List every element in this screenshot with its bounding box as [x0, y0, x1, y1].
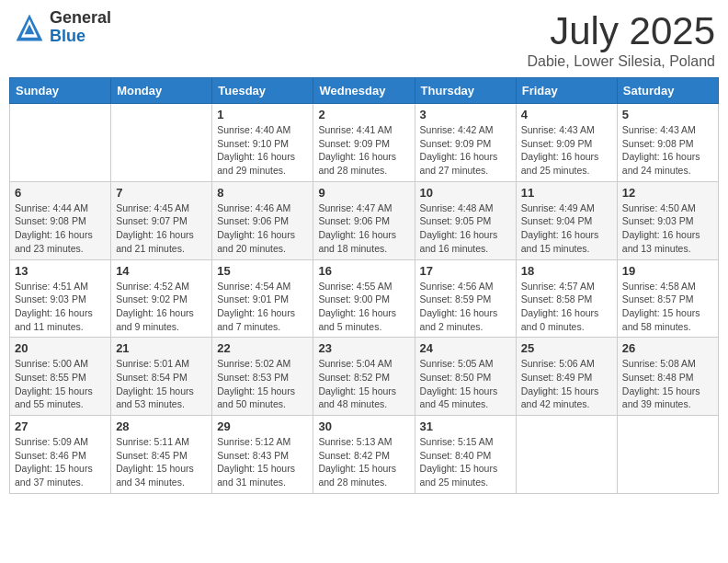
day-info: Sunrise: 4:55 AM Sunset: 9:00 PM Dayligh… — [318, 280, 409, 334]
week-row-5: 27Sunrise: 5:09 AM Sunset: 8:46 PM Dayli… — [10, 416, 719, 494]
day-cell: 23Sunrise: 5:04 AM Sunset: 8:52 PM Dayli… — [313, 338, 415, 416]
day-number: 5 — [622, 108, 713, 121]
day-cell: 6Sunrise: 4:44 AM Sunset: 9:08 PM Daylig… — [10, 181, 111, 259]
day-number: 24 — [420, 341, 511, 355]
day-info: Sunrise: 4:54 AM Sunset: 9:01 PM Dayligh… — [217, 280, 308, 334]
day-cell: 31Sunrise: 5:15 AM Sunset: 8:40 PM Dayli… — [415, 416, 516, 494]
day-number: 6 — [15, 186, 106, 200]
day-number: 12 — [622, 186, 713, 200]
day-number: 20 — [15, 341, 106, 355]
day-cell: 1Sunrise: 4:40 AM Sunset: 9:10 PM Daylig… — [212, 104, 313, 182]
day-number: 11 — [521, 186, 612, 200]
day-cell — [111, 104, 212, 182]
day-cell: 22Sunrise: 5:02 AM Sunset: 8:53 PM Dayli… — [212, 338, 313, 416]
weekday-header-friday: Friday — [516, 78, 617, 104]
day-cell: 2Sunrise: 4:41 AM Sunset: 9:09 PM Daylig… — [313, 104, 415, 182]
weekday-header-monday: Monday — [111, 78, 212, 104]
logo-general: General — [50, 9, 111, 28]
day-cell: 19Sunrise: 4:58 AM Sunset: 8:57 PM Dayli… — [617, 259, 718, 338]
day-info: Sunrise: 5:15 AM Sunset: 8:40 PM Dayligh… — [420, 435, 511, 489]
weekday-header-sunday: Sunday — [10, 78, 111, 104]
day-cell: 16Sunrise: 4:55 AM Sunset: 9:00 PM Dayli… — [313, 259, 415, 338]
day-number: 30 — [318, 419, 409, 433]
day-number: 14 — [116, 264, 207, 278]
week-row-4: 20Sunrise: 5:00 AM Sunset: 8:55 PM Dayli… — [10, 338, 719, 416]
page-header: General Blue July 2025 Dabie, Lower Sile… — [9, 9, 719, 70]
weekday-header-wednesday: Wednesday — [313, 78, 415, 104]
weekday-header-saturday: Saturday — [617, 78, 718, 104]
day-cell: 20Sunrise: 5:00 AM Sunset: 8:55 PM Dayli… — [10, 338, 111, 416]
day-cell: 11Sunrise: 4:49 AM Sunset: 9:04 PM Dayli… — [516, 181, 617, 259]
day-number: 31 — [420, 419, 511, 433]
weekday-header-row: SundayMondayTuesdayWednesdayThursdayFrid… — [10, 78, 719, 104]
logo-text: General Blue — [50, 9, 111, 46]
day-info: Sunrise: 4:44 AM Sunset: 9:08 PM Dayligh… — [15, 201, 106, 256]
day-cell: 10Sunrise: 4:48 AM Sunset: 9:05 PM Dayli… — [415, 181, 516, 259]
day-cell: 25Sunrise: 5:06 AM Sunset: 8:49 PM Dayli… — [516, 338, 617, 416]
day-info: Sunrise: 5:08 AM Sunset: 8:48 PM Dayligh… — [622, 357, 713, 411]
calendar-table: SundayMondayTuesdayWednesdayThursdayFrid… — [9, 77, 719, 494]
day-number: 9 — [318, 186, 409, 200]
day-number: 28 — [116, 419, 207, 433]
day-info: Sunrise: 4:43 AM Sunset: 9:09 PM Dayligh… — [521, 123, 612, 178]
day-number: 2 — [318, 108, 409, 121]
day-number: 18 — [521, 264, 612, 278]
day-number: 8 — [217, 186, 308, 200]
weekday-header-tuesday: Tuesday — [212, 78, 313, 104]
day-cell: 28Sunrise: 5:11 AM Sunset: 8:45 PM Dayli… — [111, 416, 212, 494]
day-info: Sunrise: 4:57 AM Sunset: 8:58 PM Dayligh… — [521, 280, 612, 334]
day-info: Sunrise: 4:42 AM Sunset: 9:09 PM Dayligh… — [420, 123, 511, 178]
day-number: 27 — [15, 419, 106, 433]
day-info: Sunrise: 5:09 AM Sunset: 8:46 PM Dayligh… — [15, 435, 106, 489]
logo-icon — [13, 11, 46, 44]
day-info: Sunrise: 4:46 AM Sunset: 9:06 PM Dayligh… — [217, 201, 308, 256]
day-info: Sunrise: 4:45 AM Sunset: 9:07 PM Dayligh… — [116, 201, 207, 256]
day-number: 29 — [217, 419, 308, 433]
day-info: Sunrise: 5:01 AM Sunset: 8:54 PM Dayligh… — [116, 357, 207, 411]
day-number: 13 — [15, 264, 106, 278]
day-cell — [617, 416, 718, 494]
day-cell: 12Sunrise: 4:50 AM Sunset: 9:03 PM Dayli… — [617, 181, 718, 259]
day-cell — [10, 104, 111, 182]
week-row-2: 6Sunrise: 4:44 AM Sunset: 9:08 PM Daylig… — [10, 181, 719, 259]
day-number: 1 — [217, 108, 308, 121]
day-number: 23 — [318, 341, 409, 355]
day-cell: 5Sunrise: 4:43 AM Sunset: 9:08 PM Daylig… — [617, 104, 718, 182]
day-info: Sunrise: 4:43 AM Sunset: 9:08 PM Dayligh… — [622, 123, 713, 178]
day-info: Sunrise: 4:50 AM Sunset: 9:03 PM Dayligh… — [622, 201, 713, 256]
logo-blue: Blue — [50, 28, 111, 46]
day-number: 22 — [217, 341, 308, 355]
day-info: Sunrise: 5:12 AM Sunset: 8:43 PM Dayligh… — [217, 435, 308, 489]
weekday-header-thursday: Thursday — [415, 78, 516, 104]
day-cell: 7Sunrise: 4:45 AM Sunset: 9:07 PM Daylig… — [111, 181, 212, 259]
day-cell: 26Sunrise: 5:08 AM Sunset: 8:48 PM Dayli… — [617, 338, 718, 416]
day-info: Sunrise: 4:40 AM Sunset: 9:10 PM Dayligh… — [217, 123, 308, 178]
day-cell: 21Sunrise: 5:01 AM Sunset: 8:54 PM Dayli… — [111, 338, 212, 416]
day-cell: 27Sunrise: 5:09 AM Sunset: 8:46 PM Dayli… — [10, 416, 111, 494]
day-number: 10 — [420, 186, 511, 200]
day-cell: 29Sunrise: 5:12 AM Sunset: 8:43 PM Dayli… — [212, 416, 313, 494]
day-cell: 17Sunrise: 4:56 AM Sunset: 8:59 PM Dayli… — [415, 259, 516, 338]
month-title: July 2025 — [527, 9, 715, 53]
day-info: Sunrise: 5:11 AM Sunset: 8:45 PM Dayligh… — [116, 435, 207, 489]
day-cell: 30Sunrise: 5:13 AM Sunset: 8:42 PM Dayli… — [313, 416, 415, 494]
day-info: Sunrise: 4:56 AM Sunset: 8:59 PM Dayligh… — [420, 280, 511, 334]
day-info: Sunrise: 4:51 AM Sunset: 9:03 PM Dayligh… — [15, 280, 106, 334]
day-cell: 9Sunrise: 4:47 AM Sunset: 9:06 PM Daylig… — [313, 181, 415, 259]
day-info: Sunrise: 4:52 AM Sunset: 9:02 PM Dayligh… — [116, 280, 207, 334]
day-cell: 24Sunrise: 5:05 AM Sunset: 8:50 PM Dayli… — [415, 338, 516, 416]
day-number: 26 — [622, 341, 713, 355]
day-info: Sunrise: 5:04 AM Sunset: 8:52 PM Dayligh… — [318, 357, 409, 411]
day-info: Sunrise: 5:00 AM Sunset: 8:55 PM Dayligh… — [15, 357, 106, 411]
day-number: 25 — [521, 341, 612, 355]
day-info: Sunrise: 4:49 AM Sunset: 9:04 PM Dayligh… — [521, 201, 612, 256]
day-number: 3 — [420, 108, 511, 121]
day-cell: 15Sunrise: 4:54 AM Sunset: 9:01 PM Dayli… — [212, 259, 313, 338]
day-cell: 13Sunrise: 4:51 AM Sunset: 9:03 PM Dayli… — [10, 259, 111, 338]
day-cell: 14Sunrise: 4:52 AM Sunset: 9:02 PM Dayli… — [111, 259, 212, 338]
title-block: July 2025 Dabie, Lower Silesia, Poland — [527, 9, 715, 70]
day-number: 4 — [521, 108, 612, 121]
day-number: 17 — [420, 264, 511, 278]
week-row-3: 13Sunrise: 4:51 AM Sunset: 9:03 PM Dayli… — [10, 259, 719, 338]
day-info: Sunrise: 5:02 AM Sunset: 8:53 PM Dayligh… — [217, 357, 308, 411]
